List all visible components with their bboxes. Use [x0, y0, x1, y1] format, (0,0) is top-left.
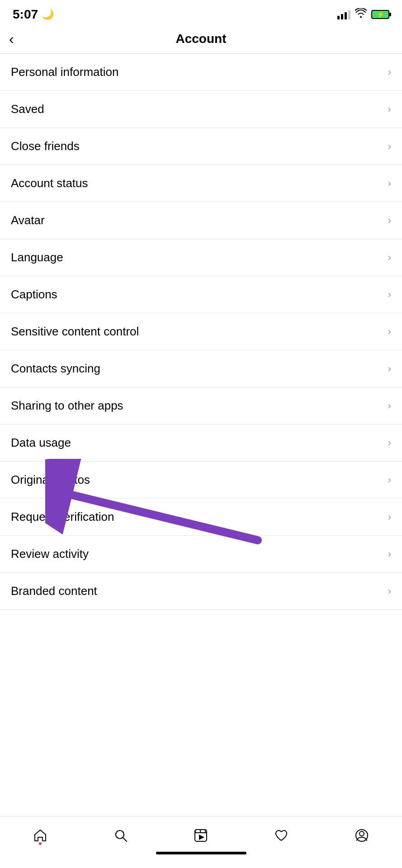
status-time: 5:07: [13, 7, 38, 22]
chevron-icon-branded-content: ›: [388, 585, 391, 597]
menu-label-avatar: Avatar: [11, 213, 45, 227]
signal-bars-icon: [337, 9, 350, 19]
menu-item-account-status[interactable]: Account status›: [0, 165, 402, 202]
chevron-icon-contacts-syncing: ›: [388, 363, 391, 375]
svg-point-11: [359, 831, 364, 836]
menu-item-data-usage[interactable]: Data usage›: [0, 425, 402, 462]
menu-item-personal-information[interactable]: Personal information›: [0, 54, 402, 91]
chevron-icon-captions: ›: [388, 289, 391, 301]
menu-item-avatar[interactable]: Avatar›: [0, 202, 402, 239]
chevron-icon-account-status: ›: [388, 178, 391, 189]
moon-icon: 🌙: [42, 9, 54, 20]
chevron-icon-personal-information: ›: [388, 66, 391, 78]
chevron-icon-sensitive-content-control: ›: [388, 326, 391, 338]
status-icons: ⚡: [337, 8, 389, 21]
status-bar: 5:07 🌙 ⚡: [0, 0, 402, 27]
menu-item-saved[interactable]: Saved›: [0, 91, 402, 128]
page-title: Account: [176, 32, 227, 46]
svg-rect-6: [195, 830, 196, 832]
header: ‹ Account: [0, 27, 402, 54]
back-button[interactable]: ‹: [9, 32, 14, 46]
home-indicator: [156, 852, 246, 854]
menu-item-close-friends[interactable]: Close friends›: [0, 128, 402, 165]
chevron-icon-review-activity: ›: [388, 548, 391, 560]
menu-label-original-photos: Original photos: [11, 473, 90, 487]
menu-item-sensitive-content-control[interactable]: Sensitive content control›: [0, 313, 402, 350]
chevron-icon-close-friends: ›: [388, 141, 391, 152]
menu-label-personal-information: Personal information: [11, 65, 118, 79]
wifi-icon: [355, 8, 367, 21]
menu-label-captions: Captions: [11, 288, 57, 302]
home-icon: [33, 828, 47, 843]
profile-icon: [355, 828, 369, 843]
svg-rect-5: [195, 832, 207, 833]
battery-icon: ⚡: [371, 10, 389, 19]
chevron-icon-language: ›: [388, 252, 391, 264]
menu-item-contacts-syncing[interactable]: Contacts syncing›: [0, 350, 402, 387]
menu-label-branded-content: Branded content: [11, 584, 97, 598]
menu-item-review-activity[interactable]: Review activity›: [0, 536, 402, 573]
menu-label-sensitive-content-control: Sensitive content control: [11, 325, 139, 339]
chevron-icon-request-verification: ›: [388, 511, 391, 523]
nav-item-search[interactable]: [107, 824, 134, 847]
menu-item-branded-content[interactable]: Branded content›: [0, 573, 402, 610]
svg-line-3: [123, 838, 127, 841]
svg-rect-8: [205, 830, 206, 832]
menu-label-request-verification: Request verification: [11, 510, 114, 524]
chevron-icon-sharing-to-other-apps: ›: [388, 400, 391, 412]
menu-label-close-friends: Close friends: [11, 139, 80, 153]
menu-label-sharing-to-other-apps: Sharing to other apps: [11, 399, 123, 413]
menu-label-review-activity: Review activity: [11, 547, 89, 561]
content-wrapper: Personal information›Saved›Close friends…: [0, 54, 402, 610]
nav-item-home[interactable]: [27, 824, 54, 847]
nav-item-reels[interactable]: [187, 824, 214, 847]
chevron-icon-data-usage: ›: [388, 437, 391, 449]
nav-home-dot: [39, 842, 42, 845]
chevron-icon-avatar: ›: [388, 215, 391, 226]
svg-rect-7: [200, 830, 201, 832]
chevron-icon-original-photos: ›: [388, 474, 391, 486]
menu-label-saved: Saved: [11, 102, 44, 116]
menu-item-captions[interactable]: Captions›: [0, 276, 402, 313]
menu-label-data-usage: Data usage: [11, 436, 71, 450]
reels-icon: [194, 828, 208, 843]
search-icon: [114, 828, 128, 843]
battery-bolt-icon: ⚡: [377, 11, 384, 18]
nav-item-activity[interactable]: [268, 824, 295, 847]
chevron-icon-saved: ›: [388, 104, 391, 115]
menu-label-contacts-syncing: Contacts syncing: [11, 362, 100, 376]
menu-item-original-photos[interactable]: Original photos›: [0, 462, 402, 499]
heart-icon: [274, 828, 288, 843]
menu-label-account-status: Account status: [11, 176, 88, 190]
nav-item-profile[interactable]: [348, 824, 375, 847]
bottom-nav: [0, 816, 402, 868]
nav-items: [0, 816, 402, 848]
menu-label-language: Language: [11, 250, 63, 264]
menu-item-language[interactable]: Language›: [0, 239, 402, 276]
menu-item-request-verification[interactable]: Request verification›: [0, 499, 402, 536]
svg-marker-9: [199, 835, 204, 840]
menu-item-sharing-to-other-apps[interactable]: Sharing to other apps›: [0, 387, 402, 425]
menu-list: Personal information›Saved›Close friends…: [0, 54, 402, 610]
